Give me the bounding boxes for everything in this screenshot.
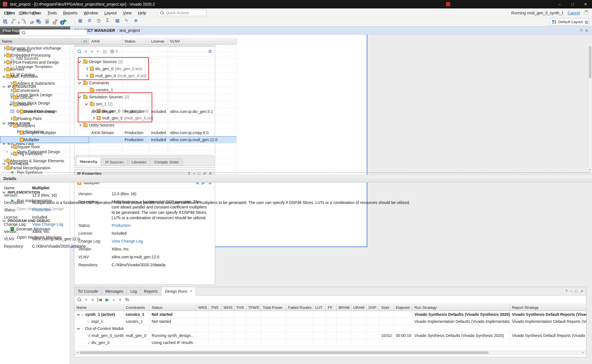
scroll-right-icon[interactable] xyxy=(581,351,585,354)
bottom-tab-reports[interactable]: Reports xyxy=(141,287,162,295)
collapse-icon[interactable] xyxy=(8,102,13,107)
search-icon[interactable] xyxy=(3,20,8,25)
expand-icon[interactable] xyxy=(2,46,6,50)
catalog-row-memories-storage-elements[interactable]: Memories & Storage Elements xyxy=(0,157,237,165)
search-icon[interactable] xyxy=(77,298,81,302)
expand-icon[interactable] xyxy=(8,81,13,86)
splitter-handle[interactable] xyxy=(2,172,590,173)
column-header-start[interactable]: Start xyxy=(379,304,394,311)
run-row-impl-1[interactable]: ▷impl_1constrs_1Not startedVivado Implem… xyxy=(74,318,587,325)
run-row-mult-gen-0-synth-1[interactable]: ↺mult_gen_0_synth_1mult_gen_0Running syn… xyxy=(74,332,587,339)
expand-all-icon[interactable]: « xyxy=(90,298,95,301)
column-header-failed-routes[interactable]: Failed Routes xyxy=(286,304,313,311)
run-row-div-gen-0[interactable]: ✓div_gen_0Using cached IP results xyxy=(74,339,587,346)
run-row-synth-1-active[interactable]: ▷synth_1 (active)constrs_1Not startedViv… xyxy=(74,311,587,318)
column-header-tns[interactable]: TNS xyxy=(209,304,222,311)
column-header-elapsed[interactable]: Elapsed xyxy=(394,304,412,311)
catalog-row-dividers[interactable]: Dividers xyxy=(0,101,237,108)
minimize-button[interactable]: – xyxy=(553,0,566,8)
maximize-icon[interactable]: □ xyxy=(575,289,577,293)
column-header-status[interactable]: Status xyxy=(123,38,149,45)
collapse-icon[interactable] xyxy=(8,123,13,128)
catalog-row-dynamic-function-exchange[interactable]: Dynamic Function eXchange xyxy=(0,45,237,52)
catalog-row-cordic[interactable]: CORDIC xyxy=(0,94,237,101)
catalog-row-embedded-processing[interactable]: Embedded Processing xyxy=(0,52,237,59)
collapse-all-icon[interactable]: « xyxy=(84,298,89,301)
column-header-name[interactable]: Name xyxy=(74,304,124,311)
catalog-row-floating-point[interactable]: Floating Point xyxy=(0,115,237,122)
scroll-left-icon[interactable] xyxy=(76,351,79,354)
minimize-icon[interactable]: − xyxy=(570,289,573,293)
tab-cores[interactable]: Cores xyxy=(4,11,15,15)
expand-all-icon[interactable]: « xyxy=(16,21,21,24)
bottom-tab-log[interactable]: Log xyxy=(127,287,140,295)
column-header-wns[interactable]: WNS xyxy=(196,304,209,311)
catalog-row-square-root[interactable]: Square Root xyxy=(0,143,237,150)
collapse-icon[interactable] xyxy=(76,312,81,317)
collapse-all-icon[interactable]: « xyxy=(10,21,15,24)
column-header-status[interactable]: Status xyxy=(150,304,196,311)
expand-icon[interactable] xyxy=(2,166,6,170)
launch-runs-icon[interactable]: ▶ xyxy=(105,298,109,302)
column-header-report-strategy[interactable]: Report Strategy xyxy=(510,304,587,311)
column-header-whs[interactable]: WHS xyxy=(222,304,234,311)
scroll-down-icon[interactable] xyxy=(588,168,592,172)
expand-icon[interactable] xyxy=(8,152,13,156)
info-icon[interactable]: i xyxy=(60,20,65,25)
catalog-row-multiplier[interactable]: MultiplierProductionIncludedxilinx.com:i… xyxy=(0,136,237,143)
column-header-axi4[interactable]: AXI4 xyxy=(89,38,123,45)
customize-icon[interactable]: ⚙ xyxy=(37,20,41,25)
catalog-row-multipliers[interactable]: Multipliers xyxy=(0,122,237,129)
catalog-row-kernels[interactable]: Kernels xyxy=(0,66,237,73)
column-header-constraints[interactable]: Constraints xyxy=(124,304,150,311)
maximize-button[interactable]: □ xyxy=(566,0,579,8)
run-row-out-of-context-module-runs[interactable]: Out-of-Context Module Runs xyxy=(74,325,587,332)
group-by-icon[interactable]: ≡ xyxy=(24,20,26,25)
percent-icon[interactable]: % xyxy=(125,298,129,302)
column-header-tpws[interactable]: TPWS xyxy=(246,304,261,311)
catalog-row-adders-subtracters[interactable]: Adders & Subtracters xyxy=(0,80,237,87)
settings-gear-icon[interactable]: ⚙ xyxy=(585,20,589,25)
scrollbar-thumb[interactable] xyxy=(80,351,489,354)
help-icon[interactable]: ? xyxy=(565,289,567,293)
expand-icon[interactable] xyxy=(8,116,13,121)
field-value[interactable]: Production xyxy=(32,207,51,213)
collapse-icon[interactable] xyxy=(76,326,81,331)
column-header-license[interactable]: License xyxy=(149,38,168,45)
catalog-row-conversions[interactable]: Conversions xyxy=(0,87,237,94)
field-value[interactable]: View Change Log xyxy=(32,222,63,227)
column-header-bram[interactable]: BRAM xyxy=(337,304,351,311)
expand-icon[interactable] xyxy=(2,67,6,72)
scrollbar-thumb[interactable] xyxy=(589,46,591,78)
expand-icon[interactable] xyxy=(8,88,13,93)
column-header-dsp[interactable]: DSP xyxy=(366,304,379,311)
add-repository-icon[interactable]: ⊕ xyxy=(45,20,49,25)
column-header-vlnv[interactable]: VLNV xyxy=(168,38,237,45)
column-header-ths[interactable]: THS xyxy=(234,304,246,311)
skip-icon[interactable]: » xyxy=(112,298,115,302)
transfer-icon[interactable]: ⇄ xyxy=(30,20,34,25)
column-header-run-strategy[interactable]: Run Strategy xyxy=(412,304,510,311)
column-header-lut[interactable]: LUT xyxy=(313,304,326,311)
expand-icon[interactable] xyxy=(2,53,6,57)
catalog-row-trig-functions[interactable]: Trig Functions xyxy=(0,150,237,157)
catalog-vertical-scrollbar[interactable] xyxy=(588,45,592,172)
column-header-ff[interactable]: FF xyxy=(326,304,337,311)
tab-interfaces[interactable]: Interfaces xyxy=(22,11,39,15)
column-header-uram[interactable]: URAM xyxy=(351,304,366,311)
expand-icon[interactable] xyxy=(2,159,6,163)
reset-runs-icon[interactable]: ◀ xyxy=(98,298,102,302)
column-header-total-power[interactable]: Total Power xyxy=(261,304,286,311)
catalog-row-complex-multiplier[interactable]: Complex MultiplierAXI4-StreamProductionI… xyxy=(0,129,237,136)
close-tab-icon[interactable]: ✕ xyxy=(190,289,192,293)
web-icon[interactable]: ◍ xyxy=(52,20,56,25)
catalog-row-math-functions[interactable]: Math Functions xyxy=(0,73,237,80)
expand-icon[interactable] xyxy=(2,60,6,65)
bottom-tab-design-runs[interactable]: Design Runs✕ xyxy=(162,287,196,296)
add-run-icon[interactable]: + xyxy=(119,298,121,302)
collapse-icon[interactable] xyxy=(2,74,6,79)
bottom-tab-messages[interactable]: Messages xyxy=(102,287,127,295)
float-icon[interactable]: ⇗ xyxy=(580,289,583,293)
expand-icon[interactable] xyxy=(8,95,13,100)
catalog-row-partial-reconfiguration[interactable]: Partial Reconfiguration xyxy=(0,165,237,172)
